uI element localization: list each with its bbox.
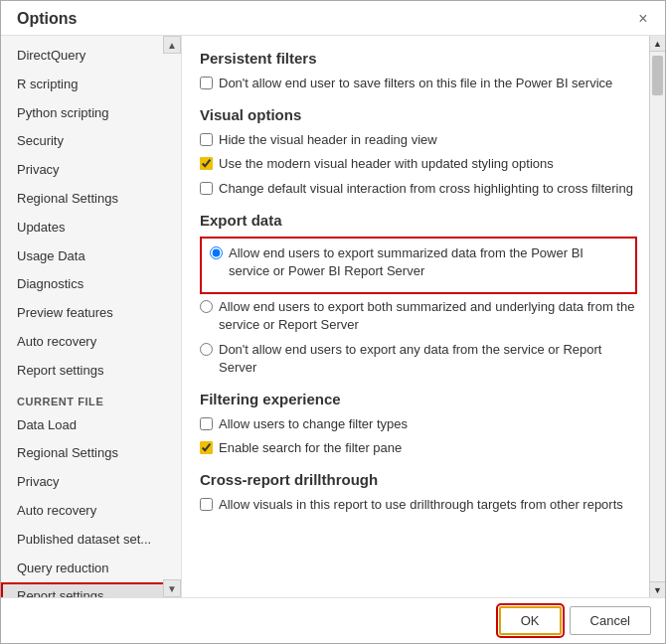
checkbox-persistent-filters[interactable] [200, 77, 213, 89]
dialog-title: Options [17, 10, 77, 28]
sidebar-item-auto-recovery-cf[interactable]: Auto recovery [1, 497, 181, 526]
sidebar-item-auto-recovery[interactable]: Auto recovery [1, 328, 181, 357]
sidebar-item-updates[interactable]: Updates [1, 214, 181, 242]
section-title-persistent-filters: Persistent filters [200, 50, 637, 67]
options-dialog: Options × DirectQuery R scripting Python… [0, 0, 666, 644]
section-title-filtering-experience: Filtering experience [200, 391, 637, 407]
main-scroll-track [650, 52, 665, 581]
cancel-button[interactable]: Cancel [570, 606, 651, 635]
main-scrollbar: ▲ ▼ [649, 36, 665, 597]
radio-export-both[interactable] [200, 300, 213, 313]
section-title-export-data: Export data [200, 212, 637, 229]
sidebar-item-privacy[interactable]: Privacy [1, 156, 181, 185]
sidebar-scroll-down[interactable]: ▼ [163, 579, 181, 597]
ok-button[interactable]: OK [499, 606, 562, 635]
sidebar-item-preview-features[interactable]: Preview features [1, 299, 181, 328]
dialog-footer: OK Cancel [1, 597, 665, 643]
sidebar-item-published-dataset[interactable]: Published dataset set... [1, 526, 181, 555]
radio-export-summarized[interactable] [210, 246, 223, 259]
option-hide-visual-header: Hide the visual header in reading view [200, 131, 637, 149]
main-content: Persistent filters Don't allow end user … [182, 36, 665, 597]
export-highlighted-option: Allow end users to export summarized dat… [200, 237, 637, 294]
sidebar-item-usage-data[interactable]: Usage Data [1, 242, 181, 271]
option-cross-highlighting: Change default visual interaction from c… [200, 180, 637, 198]
checkbox-enable-search-filter[interactable] [200, 441, 213, 454]
sidebar-item-python-scripting[interactable]: Python scripting [1, 99, 181, 128]
option-export-none: Don't allow end users to export any data… [200, 341, 637, 377]
radio-export-none[interactable] [200, 343, 213, 356]
sidebar-item-security[interactable]: Security [1, 127, 181, 156]
section-title-visual-options: Visual options [200, 106, 637, 123]
option-change-filter-types: Allow users to change filter types [200, 415, 637, 433]
sidebar-item-report-settings[interactable]: Report settings [1, 582, 181, 597]
close-button[interactable]: × [633, 9, 653, 29]
sidebar-item-r-scripting[interactable]: R scripting [1, 71, 181, 99]
main-scroll-down-arrow[interactable]: ▼ [650, 581, 665, 597]
sidebar-item-data-load[interactable]: Data Load [1, 411, 181, 440]
sidebar-item-regional-settings-cf[interactable]: Regional Settings [1, 439, 181, 468]
sidebar-item-report-settings-global[interactable]: Report settings [1, 357, 181, 386]
checkbox-change-filter-types[interactable] [200, 417, 213, 430]
checkbox-cross-report-drillthrough[interactable] [200, 498, 213, 511]
sidebar-item-privacy-cf[interactable]: Privacy [1, 468, 181, 497]
option-persistent-filters: Don't allow end user to save filters on … [200, 75, 637, 92]
sidebar: DirectQuery R scripting Python scripting… [1, 36, 182, 597]
checkbox-hide-visual-header[interactable] [200, 133, 213, 146]
checkbox-cross-highlighting[interactable] [200, 182, 213, 195]
option-modern-visual-header: Use the modern visual header with update… [200, 155, 637, 173]
option-enable-search-filter: Enable search for the filter pane [200, 439, 637, 457]
section-title-cross-report: Cross-report drillthrough [200, 471, 637, 488]
checkbox-modern-visual-header[interactable] [200, 157, 213, 170]
current-file-header: CURRENT FILE [1, 386, 181, 411]
main-scroll-thumb[interactable] [652, 56, 663, 95]
dialog-body: DirectQuery R scripting Python scripting… [1, 36, 665, 597]
sidebar-scroll-up[interactable]: ▲ [163, 36, 181, 54]
main-scroll-up-arrow[interactable]: ▲ [650, 36, 665, 52]
sidebar-item-diagnostics[interactable]: Diagnostics [1, 270, 181, 299]
sidebar-item-regional-settings[interactable]: Regional Settings [1, 185, 181, 214]
sidebar-item-directquery[interactable]: DirectQuery [1, 42, 181, 71]
sidebar-item-query-reduction[interactable]: Query reduction [1, 555, 181, 583]
option-cross-report-drillthrough: Allow visuals in this report to use dril… [200, 496, 637, 514]
option-export-both: Allow end users to export both summarize… [200, 298, 637, 334]
dialog-titlebar: Options × [1, 1, 665, 36]
